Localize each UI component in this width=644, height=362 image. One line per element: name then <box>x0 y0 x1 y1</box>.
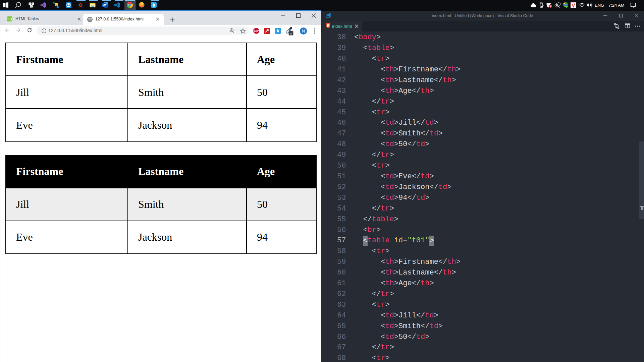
svg-text:W: W <box>102 3 106 7</box>
svg-text:i: i <box>32 3 33 5</box>
svg-text:n: n <box>31 5 32 7</box>
svg-text:ABP: ABP <box>254 30 259 32</box>
svg-text:u: u <box>29 3 30 5</box>
